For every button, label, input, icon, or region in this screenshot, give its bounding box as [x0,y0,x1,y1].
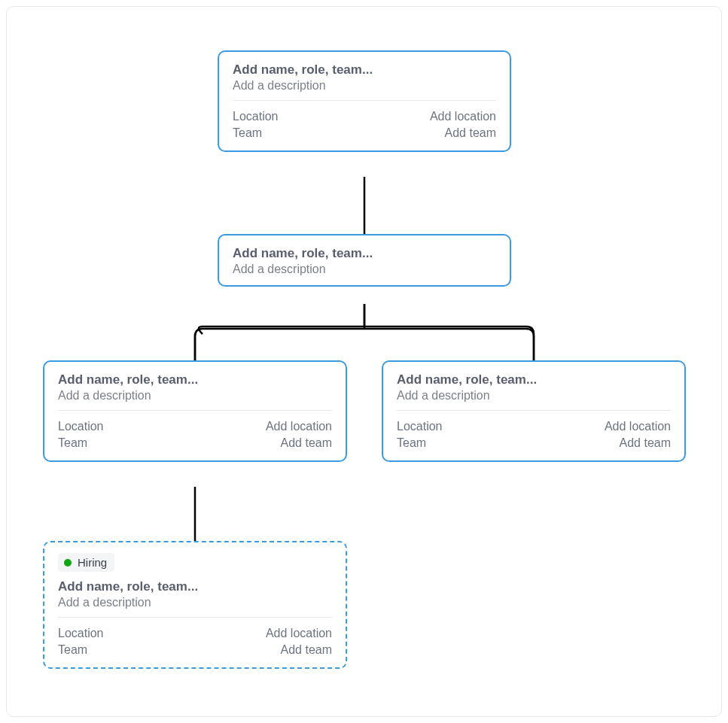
node-description[interactable]: Add a description [233,79,496,93]
node-title[interactable]: Add name, role, team... [397,372,671,387]
location-value[interactable]: Add location [266,627,332,640]
location-value[interactable]: Add location [266,420,332,433]
status-dot-icon [64,559,72,567]
team-value[interactable]: Add team [281,643,332,657]
node-location-row: Location Add location [397,418,671,435]
node-location-row: Location Add location [233,108,496,125]
node-description[interactable]: Add a description [397,389,671,403]
node-description[interactable]: Add a description [58,596,332,609]
node-description[interactable]: Add a description [233,263,496,276]
node-location-row: Location Add location [58,625,332,642]
node-description[interactable]: Add a description [58,389,332,403]
node-divider [233,100,496,101]
team-label: Team [58,643,87,657]
team-value[interactable]: Add team [445,126,496,140]
node-divider [58,410,332,411]
org-node-root[interactable]: Add name, role, team... Add a descriptio… [218,50,511,152]
org-node-left[interactable]: Add name, role, team... Add a descriptio… [43,360,347,462]
location-label: Location [397,420,443,433]
node-location-row: Location Add location [58,418,332,435]
node-title[interactable]: Add name, role, team... [58,372,332,387]
node-team-row: Team Add team [58,435,332,451]
node-title[interactable]: Add name, role, team... [58,579,332,594]
org-chart-canvas: Add name, role, team... Add a descriptio… [6,6,722,717]
team-label: Team [58,436,87,450]
team-value[interactable]: Add team [620,436,671,450]
org-node-right[interactable]: Add name, role, team... Add a descriptio… [382,360,686,462]
org-node-hiring[interactable]: Hiring Add name, role, team... Add a des… [43,541,347,669]
location-label: Location [58,627,104,640]
status-badge-label: Hiring [78,556,107,569]
node-title[interactable]: Add name, role, team... [233,246,496,261]
node-team-row: Team Add team [397,435,671,451]
node-divider [58,617,332,618]
status-badge[interactable]: Hiring [58,553,114,572]
team-label: Team [397,436,426,450]
node-divider [397,410,671,411]
org-node-mid[interactable]: Add name, role, team... Add a descriptio… [218,234,511,287]
node-team-row: Team Add team [233,125,496,141]
location-value[interactable]: Add location [605,420,671,433]
node-title[interactable]: Add name, role, team... [233,62,496,77]
location-label: Location [233,110,279,123]
team-value[interactable]: Add team [281,436,332,450]
location-label: Location [58,420,104,433]
node-team-row: Team Add team [58,642,332,658]
location-value[interactable]: Add location [430,110,496,123]
team-label: Team [233,126,262,140]
